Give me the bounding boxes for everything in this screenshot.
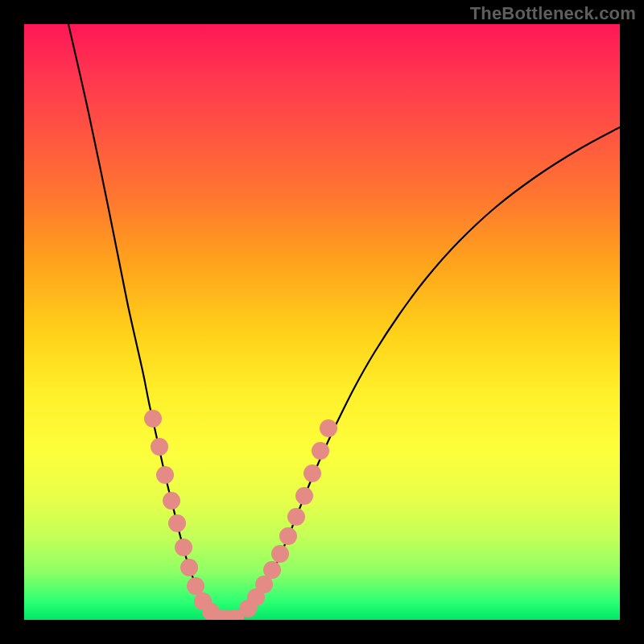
data-point [271, 545, 289, 563]
data-point [287, 508, 305, 526]
data-point [175, 539, 192, 556]
plot-area [24, 24, 620, 620]
data-point [156, 466, 174, 484]
data-point [279, 527, 297, 545]
data-point [168, 514, 186, 532]
data-dots-right-band [239, 419, 337, 617]
data-point [144, 410, 162, 427]
data-point [303, 464, 321, 482]
data-dots-left-band [144, 410, 220, 620]
watermark-text: TheBottleneck.com [470, 3, 636, 24]
data-point [312, 442, 329, 460]
data-point [263, 561, 281, 579]
data-point [187, 577, 204, 595]
chart-frame: TheBottleneck.com [0, 0, 644, 644]
data-dots-trough [210, 609, 244, 620]
bottleneck-curve [68, 24, 620, 619]
data-point [163, 492, 180, 510]
data-point [180, 559, 198, 576]
data-point [151, 438, 168, 456]
data-point [320, 419, 337, 437]
chart-svg [24, 24, 620, 620]
data-point [295, 487, 313, 505]
